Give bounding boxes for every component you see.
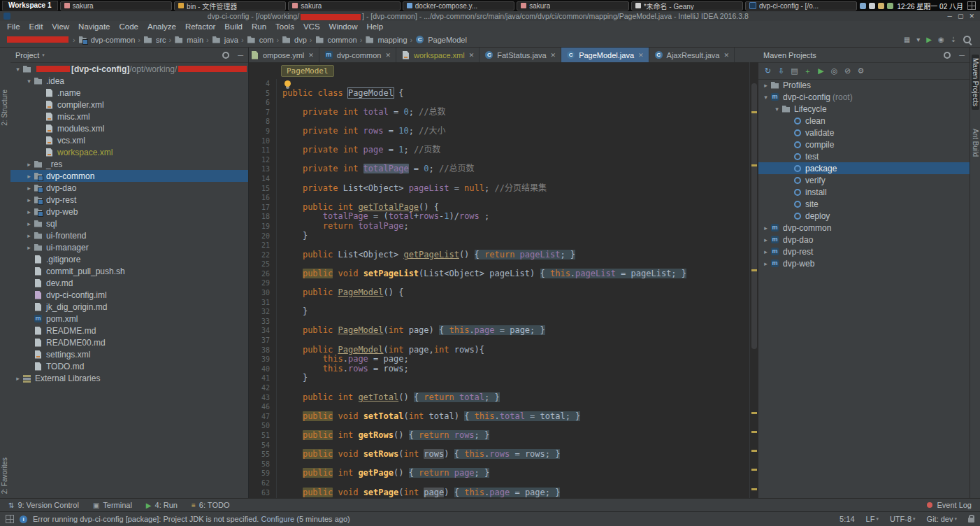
- code-text[interactable]: [276, 193, 750, 203]
- line-number[interactable]: 55: [249, 450, 276, 460]
- tree-item-clean[interactable]: clean: [758, 115, 970, 127]
- line-number[interactable]: 25: [249, 260, 276, 269]
- taskbar-window-button[interactable]: dvp-ci-config - [/o...: [745, 1, 857, 10]
- line-number[interactable]: 20: [249, 232, 276, 241]
- breadcrumb-item-pagemodel[interactable]: PageModel: [415, 36, 467, 44]
- line-number[interactable]: 26: [249, 269, 276, 279]
- event-log-button[interactable]: Event Log: [927, 501, 972, 509]
- tree-item-dvp-common[interactable]: ▸dvp-common: [10, 170, 248, 182]
- line-separator-widget[interactable]: LF▾: [866, 515, 879, 523]
- hide-panel-icon[interactable]: ─: [238, 51, 243, 59]
- tree-item-compile[interactable]: compile: [758, 138, 970, 150]
- line-number[interactable]: 4: [249, 79, 276, 89]
- chevron-right-icon[interactable]: ▸: [761, 260, 770, 267]
- toolwindow-switcher-icon[interactable]: [6, 515, 14, 523]
- code-text[interactable]: [276, 317, 750, 327]
- workspace-switcher[interactable]: Workspace 1: [2, 1, 58, 10]
- breadcrumb-item-dvp-common[interactable]: dvp-common: [78, 36, 136, 44]
- tree-item-dvp-rest[interactable]: ▸dvp-rest: [10, 194, 248, 206]
- reimport-icon[interactable]: ↻: [762, 66, 774, 76]
- vcs-update-icon[interactable]: ⇣: [951, 36, 956, 43]
- toolwindow-button-4-run[interactable]: 4: Run: [146, 501, 178, 509]
- tree-item-dvp-ci-config-iml[interactable]: dvp-ci-config.iml: [10, 289, 248, 301]
- menu-item-refactor[interactable]: Refactor: [181, 22, 219, 31]
- encoding-widget[interactable]: UTF-8▾: [890, 515, 916, 523]
- tree-item-workspace-xml[interactable]: workspace.xml: [10, 146, 248, 158]
- close-tab-icon[interactable]: ✕: [638, 52, 644, 59]
- taskbar-window-button[interactable]: docker-compose.y...: [403, 1, 514, 10]
- chevron-down-icon[interactable]: ▾: [24, 78, 34, 85]
- code-text[interactable]: [276, 260, 750, 269]
- network-icon[interactable]: [860, 3, 866, 9]
- minimize-button[interactable]: ─: [948, 13, 952, 20]
- chevron-right-icon[interactable]: ▸: [761, 236, 770, 243]
- line-number[interactable]: 43: [249, 393, 276, 403]
- menu-item-edit[interactable]: Edit: [25, 22, 48, 31]
- tree-item-todo-md[interactable]: TODO.md: [10, 360, 248, 372]
- tree-item-pom-xml[interactable]: pom.xml: [10, 313, 248, 325]
- project-panel-title[interactable]: Project: [15, 51, 39, 59]
- menu-item-view[interactable]: View: [48, 22, 73, 31]
- breadcrumb-item-dvp[interactable]: dvp: [282, 36, 307, 44]
- code-text[interactable]: public int getTotalPage() {: [276, 203, 750, 213]
- clipboard-icon[interactable]: [878, 3, 884, 9]
- tree-item-compiler-xml[interactable]: compiler.xml: [10, 99, 248, 111]
- menu-item-build[interactable]: Build: [220, 22, 247, 31]
- tree-item-site[interactable]: site: [758, 198, 970, 210]
- line-number[interactable]: 51: [249, 431, 276, 441]
- code-text[interactable]: this.rows = rows;: [276, 364, 750, 374]
- line-number[interactable]: 59: [249, 469, 276, 478]
- code-text[interactable]: totalPage = (total+rows-1)/rows ;: [276, 212, 750, 222]
- line-number[interactable]: 41: [249, 374, 276, 383]
- code-text[interactable]: private List<Object> pageList = null; //…: [276, 184, 750, 194]
- editor-scrollbar[interactable]: [749, 62, 758, 498]
- line-number[interactable]: 34: [249, 326, 276, 336]
- taskbar-window-button[interactable]: sakura: [517, 1, 628, 10]
- code-text[interactable]: [276, 460, 750, 469]
- line-number[interactable]: 13: [249, 164, 276, 174]
- volume-icon[interactable]: [869, 3, 875, 9]
- skip-tests-icon[interactable]: ⊘: [842, 66, 853, 76]
- line-number[interactable]: 46: [249, 402, 276, 412]
- highlighting-level-icon[interactable]: [968, 518, 974, 523]
- tree-item-ui-manager[interactable]: ▸ui-manager: [10, 241, 248, 253]
- toolwindow-button-terminal[interactable]: Terminal: [93, 501, 132, 509]
- tree-item-vcs-xml[interactable]: vcs.xml: [10, 134, 248, 146]
- run-config-dropdown-icon[interactable]: ▾: [916, 36, 920, 43]
- taskbar-window-button[interactable]: *未命名 - Geany: [631, 1, 743, 10]
- line-number[interactable]: 42: [249, 383, 276, 393]
- tree-item-verify[interactable]: verify: [758, 174, 970, 186]
- tree-item-res[interactable]: ▸_res: [10, 158, 248, 170]
- caret-position[interactable]: 5:14: [840, 515, 854, 523]
- line-number[interactable]: 62: [249, 478, 276, 488]
- line-number[interactable]: 31: [249, 298, 276, 308]
- tree-item-settings-xml[interactable]: settings.xml: [10, 348, 248, 360]
- tree-item-dvp-dao[interactable]: ▸dvp-dao: [758, 234, 970, 246]
- code-text[interactable]: [276, 336, 750, 346]
- run-maven-goal-icon[interactable]: ▶: [815, 66, 827, 76]
- tree-item-ui-frontend[interactable]: ▸ui-frontend: [10, 229, 248, 241]
- menu-item-navigate[interactable]: Navigate: [74, 22, 114, 31]
- menu-item-analyze[interactable]: Analyze: [143, 22, 180, 31]
- tree-item-dvp-rest[interactable]: ▸dvp-rest: [758, 246, 970, 257]
- menu-item-help[interactable]: Help: [362, 22, 387, 31]
- tab-dvp-common[interactable]: dvp-common✕: [319, 48, 396, 62]
- code-text[interactable]: public PageModel(int page,int rows){: [276, 346, 750, 355]
- chevron-right-icon[interactable]: ▸: [761, 82, 770, 89]
- chevron-right-icon[interactable]: ▸: [761, 248, 770, 255]
- close-tab-icon[interactable]: ✕: [469, 52, 475, 59]
- line-number[interactable]: 37: [249, 336, 276, 346]
- line-number[interactable]: 8: [249, 117, 276, 127]
- code-text[interactable]: public void setPage(int page) { this.pag…: [276, 488, 750, 498]
- chevron-down-icon[interactable]: ▾: [13, 66, 22, 73]
- code-text[interactable]: return totalPage;: [276, 222, 750, 232]
- vcs-branch-widget[interactable]: Git: dev▾: [927, 515, 957, 523]
- tree-item-package[interactable]: package: [758, 162, 970, 174]
- line-number[interactable]: 18: [249, 212, 276, 222]
- debug-icon[interactable]: ◉: [938, 36, 944, 43]
- tree-item-idea[interactable]: ▾.idea: [10, 75, 248, 87]
- gear-icon[interactable]: [942, 51, 951, 59]
- breadcrumb-item-common[interactable]: common: [315, 36, 357, 44]
- chevron-right-icon[interactable]: ▸: [24, 232, 34, 239]
- download-sources-icon[interactable]: ⇩: [775, 66, 787, 76]
